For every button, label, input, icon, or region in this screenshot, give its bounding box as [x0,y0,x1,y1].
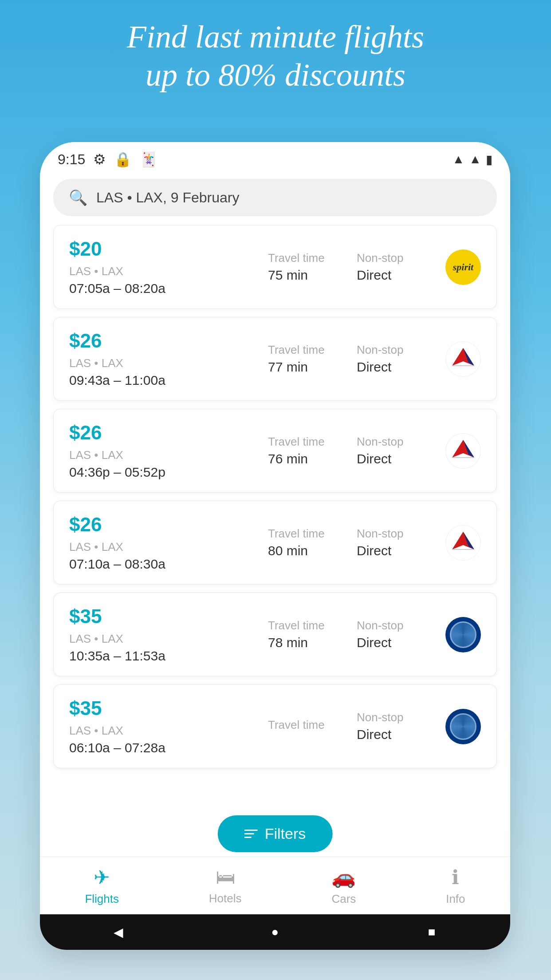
wifi-icon: ▲ [453,152,465,166]
flight-travel-time: Travel time 76 min [259,435,357,466]
promo-header: Find last minute flights up to 80% disco… [91,18,460,95]
flight-nonstop: Non-stop Direct [357,251,437,283]
travel-time-label: Travel time [268,251,357,265]
flight-card[interactable]: $20 LAS • LAX 07:05a – 08:20a Travel tim… [53,225,497,309]
flight-info-left: $20 LAS • LAX 07:05a – 08:20a [69,238,259,296]
nav-item-cars[interactable]: 🚗 Cars [331,865,356,906]
flight-route: LAS • LAX [69,632,259,646]
android-nav: ◀ ● ■ [40,914,510,950]
nonstop-label: Non-stop [357,251,437,265]
flight-card[interactable]: $26 LAS • LAX 07:10a – 08:30a Travel tim… [53,501,497,585]
flight-travel-time: Travel time [259,718,357,735]
flight-travel-time: Travel time 78 min [259,619,357,650]
flight-route: LAS • LAX [69,356,259,370]
search-bar-text: LAS • LAX, 9 February [96,190,239,206]
bottom-nav: ✈ Flights 🛏 Hotels 🚗 Cars ℹ Info [40,857,510,914]
flight-route: LAS • LAX [69,724,259,738]
nonstop-label: Non-stop [357,619,437,632]
filters-label: Filters [265,825,306,842]
nav-item-flights[interactable]: ✈ Flights [85,866,119,906]
flight-times: 06:10a – 07:28a [69,740,259,755]
gear-icon: ⚙ [93,151,106,168]
lock-icon: 🔒 [114,151,132,168]
nav-item-info[interactable]: ℹ Info [446,866,465,906]
travel-time-label: Travel time [268,435,357,449]
flight-card[interactable]: $26 LAS • LAX 04:36p – 05:52p Travel tim… [53,409,497,493]
flight-travel-time: Travel time 75 min [259,251,357,283]
travel-time-label: Travel time [268,619,357,632]
cars-icon: 🚗 [331,865,356,889]
flight-info-left: $26 LAS • LAX 04:36p – 05:52p [69,422,259,480]
flights-icon: ✈ [94,866,110,889]
flight-info-left: $35 LAS • LAX 06:10a – 07:28a [69,697,259,755]
flight-route: LAS • LAX [69,540,259,554]
flight-info-left: $26 LAS • LAX 09:43a – 11:00a [69,330,259,388]
home-icon: ● [272,925,279,939]
hotels-icon: 🛏 [216,866,235,888]
flight-info-left: $26 LAS • LAX 07:10a – 08:30a [69,514,259,572]
battery-icon: ▮ [486,152,492,167]
flight-direct: Direct [357,635,437,650]
android-back-button[interactable]: ◀ [110,923,127,941]
status-bar: 9:15 ⚙ 🔒 🃏 ▲ ▲ ▮ [40,142,510,174]
airline-logo-united [445,709,481,744]
flight-price: $35 [69,697,259,719]
nonstop-label: Non-stop [357,711,437,724]
flight-direct: Direct [357,727,437,742]
flight-times: 10:35a – 11:53a [69,648,259,664]
back-icon: ◀ [114,925,123,940]
flight-duration: 78 min [268,635,357,650]
flight-times: 07:05a – 08:20a [69,281,259,296]
flight-nonstop: Non-stop Direct [357,343,437,375]
android-home-button[interactable]: ● [266,923,284,941]
card-icon: 🃏 [140,151,157,168]
status-time: 9:15 [58,151,85,168]
flight-travel-time: Travel time 80 min [259,527,357,558]
travel-time-label: Travel time [268,527,357,541]
status-left: 9:15 ⚙ 🔒 🃏 [58,151,157,168]
flight-travel-time: Travel time 77 min [259,343,357,375]
recent-icon: ■ [428,925,436,939]
flight-times: 09:43a – 11:00a [69,373,259,388]
airline-logo-united [445,617,481,652]
nonstop-label: Non-stop [357,343,437,357]
flight-direct: Direct [357,360,437,375]
nav-label-cars: Cars [331,892,356,906]
flight-list: $20 LAS • LAX 07:05a – 08:20a Travel tim… [40,225,510,776]
flight-duration: 75 min [268,268,357,283]
flight-duration: 80 min [268,543,357,558]
airline-logo-american [445,433,481,469]
flight-duration: 76 min [268,451,357,466]
flight-price: $20 [69,238,259,260]
search-bar[interactable]: 🔍 LAS • LAX, 9 February [53,179,497,216]
search-icon: 🔍 [69,189,87,206]
flight-price: $26 [69,514,259,536]
nav-item-hotels[interactable]: 🛏 Hotels [209,866,242,905]
flight-route: LAS • LAX [69,448,259,462]
promo-line2: up to 80% discounts [127,56,424,94]
nonstop-label: Non-stop [357,435,437,449]
phone-frame: 9:15 ⚙ 🔒 🃏 ▲ ▲ ▮ 🔍 LAS • LAX, 9 February… [40,142,510,950]
flight-duration: 77 min [268,360,357,375]
airline-logo-spirit: spirit [445,249,481,285]
flight-card[interactable]: $35 LAS • LAX 06:10a – 07:28a Travel tim… [53,684,497,768]
filters-button[interactable]: Filters [218,815,333,852]
android-recent-button[interactable]: ■ [423,923,441,941]
flight-times: 07:10a – 08:30a [69,557,259,572]
travel-time-label: Travel time [268,343,357,357]
airline-logo-american [445,341,481,377]
travel-time-label: Travel time [268,718,357,732]
promo-line1: Find last minute flights [127,18,424,56]
flight-price: $35 [69,605,259,628]
flight-price: $26 [69,330,259,352]
flight-card[interactable]: $35 LAS • LAX 10:35a – 11:53a Travel tim… [53,593,497,676]
flight-direct: Direct [357,543,437,558]
nav-label-hotels: Hotels [209,892,242,905]
signal-icon: ▲ [469,152,481,166]
flight-direct: Direct [357,451,437,466]
flight-nonstop: Non-stop Direct [357,527,437,558]
airline-logo-american [445,525,481,561]
nav-label-flights: Flights [85,892,119,906]
flight-nonstop: Non-stop Direct [357,619,437,650]
flight-card[interactable]: $26 LAS • LAX 09:43a – 11:00a Travel tim… [53,317,497,401]
